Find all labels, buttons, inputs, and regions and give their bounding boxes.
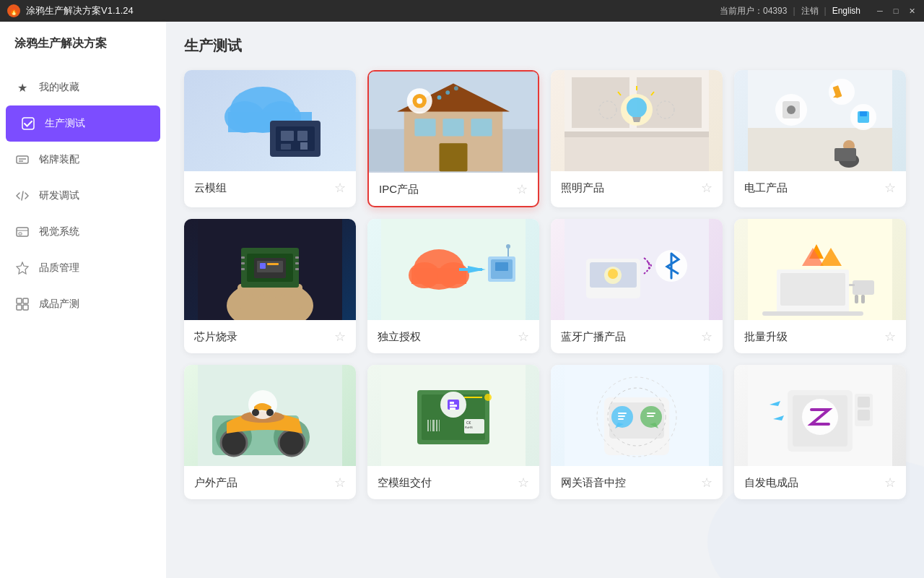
card-outdoor[interactable]: 户外产品 ☆ [184, 365, 356, 499]
svg-rect-39 [565, 131, 709, 137]
card-footer-bluetooth: 蓝牙广播产品 ☆ [551, 320, 723, 353]
svg-rect-132 [439, 420, 440, 431]
sidebar-logo: 涂鸦生产解决方案 [0, 22, 166, 69]
star-button-outdoor[interactable]: ☆ [334, 475, 346, 491]
title-bar-right: 当前用户：04393 | 注销 | English ─ □ ✕ [720, 5, 917, 17]
svg-rect-151 [858, 397, 870, 407]
card-name-chip: 芯片烧录 [194, 330, 237, 344]
card-zigbee[interactable]: 自发电成品 ☆ [734, 365, 906, 499]
star-button-lighting[interactable]: ☆ [701, 180, 712, 196]
card-gateway[interactable]: 网关语音中控 ☆ [551, 365, 723, 499]
sidebar-item-quality[interactable]: 品质管理 [0, 250, 166, 286]
svg-rect-81 [295, 268, 299, 270]
svg-point-133 [484, 394, 492, 401]
svg-rect-86 [411, 268, 466, 284]
card-batch-upgrade[interactable]: 批量升级 ☆ [734, 219, 906, 353]
svg-point-53 [787, 105, 796, 114]
star-button-air-module[interactable]: ☆ [518, 475, 529, 491]
card-air-module[interactable]: C€ RoHS 空模组交付 ☆ [367, 365, 539, 499]
svg-rect-22 [300, 142, 308, 150]
svg-rect-102 [762, 311, 863, 316]
app-title: 涂鸦生产解决方案V1.1.24 [26, 4, 134, 17]
star-button-gateway[interactable]: ☆ [701, 475, 712, 491]
svg-rect-28 [443, 118, 463, 136]
card-chip-burn[interactable]: 芯片烧录 ☆ [184, 219, 356, 353]
star-icon: ★ [14, 79, 30, 95]
divider: | [793, 6, 795, 16]
card-lighting[interactable]: 照明产品 ☆ [551, 70, 723, 207]
card-image-outdoor [184, 365, 356, 466]
star-button-electrical[interactable]: ☆ [884, 180, 896, 196]
star-button-standalone[interactable]: ☆ [518, 329, 529, 345]
star-button-chip[interactable]: ☆ [334, 329, 346, 345]
card-footer-cloud-module: 云模组 ☆ [184, 171, 356, 204]
star-button-batch[interactable]: ☆ [884, 329, 896, 345]
svg-rect-79 [295, 256, 299, 259]
card-cloud-module[interactable]: 云模组 ☆ [184, 70, 356, 207]
vision-icon [14, 224, 30, 240]
sidebar: 涂鸦生产解决方案 ★ 我的收藏 生产测试 铭牌装配 [0, 22, 166, 578]
svg-rect-11 [17, 305, 22, 310]
svg-rect-9 [17, 298, 22, 303]
sidebar-item-final-test[interactable]: 成品产测 [0, 286, 166, 322]
svg-rect-142 [647, 413, 655, 414]
sidebar-item-vision[interactable]: 视觉系统 [0, 214, 166, 250]
sidebar-item-dev-debug[interactable]: 研发调试 [0, 178, 166, 214]
svg-point-54 [829, 79, 855, 105]
maximize-button[interactable]: □ [891, 6, 901, 16]
logout-button[interactable]: 注销 [801, 5, 819, 17]
check-icon [20, 116, 36, 131]
card-footer-ipc: IPC产品 ☆ [369, 173, 538, 206]
card-grid: 云模组 ☆ [184, 70, 906, 499]
sidebar-label-dev-debug: 研发调试 [39, 189, 79, 202]
card-image-ipc [369, 72, 538, 173]
star-button-ipc[interactable]: ☆ [516, 181, 528, 197]
svg-rect-103 [853, 280, 874, 295]
svg-rect-12 [23, 305, 28, 310]
star-button-cloud-module[interactable]: ☆ [334, 180, 346, 196]
star-button-bluetooth[interactable]: ☆ [701, 329, 712, 345]
card-standalone[interactable]: 独立授权 ☆ [367, 219, 539, 353]
sidebar-item-favorites[interactable]: ★ 我的收藏 [0, 69, 166, 105]
quality-icon [14, 260, 30, 276]
sidebar-label-vision: 视觉系统 [39, 225, 79, 238]
sidebar-item-nameplate[interactable]: 铭牌装配 [0, 142, 166, 178]
sidebar-label-favorites: 我的收藏 [39, 81, 79, 94]
svg-point-33 [417, 98, 422, 104]
close-button[interactable]: ✕ [907, 6, 917, 16]
svg-rect-87 [459, 268, 482, 271]
svg-rect-129 [430, 420, 431, 431]
card-name-bluetooth: 蓝牙广播产品 [561, 330, 626, 344]
svg-rect-104 [855, 295, 858, 303]
card-bluetooth[interactable]: 蓝牙广播产品 ☆ [551, 219, 723, 353]
svg-rect-50 [748, 128, 892, 171]
grid-icon [14, 296, 30, 312]
svg-point-115 [252, 409, 259, 416]
svg-rect-61 [834, 148, 856, 161]
svg-rect-140 [618, 418, 624, 420]
svg-rect-77 [241, 262, 245, 264]
svg-rect-122 [450, 402, 454, 404]
title-bar: 🔥 涂鸦生产解决方案V1.1.24 当前用户：04393 | 注销 | Engl… [0, 0, 924, 22]
svg-rect-106 [849, 284, 855, 286]
nameplate-icon [14, 152, 30, 168]
svg-rect-38 [565, 135, 709, 171]
card-name-air-module: 空模组交付 [378, 476, 432, 490]
card-footer-outdoor: 户外产品 ☆ [184, 466, 356, 499]
svg-text:C€: C€ [466, 420, 471, 425]
minimize-button[interactable]: ─ [875, 6, 885, 16]
card-image-zigbee [734, 365, 906, 466]
card-ipc[interactable]: IPC产品 ☆ [367, 70, 539, 207]
svg-rect-78 [241, 268, 245, 270]
card-electrical[interactable]: 电工产品 ☆ [734, 70, 906, 207]
svg-rect-30 [440, 143, 468, 171]
language-button[interactable]: English [832, 6, 860, 16]
sidebar-label-production-test: 生产测试 [45, 117, 85, 130]
window-controls: ─ □ ✕ [875, 6, 917, 16]
svg-rect-90 [495, 262, 508, 271]
sidebar-item-production-test[interactable]: 生产测试 [6, 105, 160, 142]
card-name-gateway: 网关语音中控 [561, 476, 626, 490]
svg-rect-128 [427, 420, 429, 431]
star-button-zigbee[interactable]: ☆ [884, 475, 896, 491]
svg-rect-105 [861, 295, 865, 303]
